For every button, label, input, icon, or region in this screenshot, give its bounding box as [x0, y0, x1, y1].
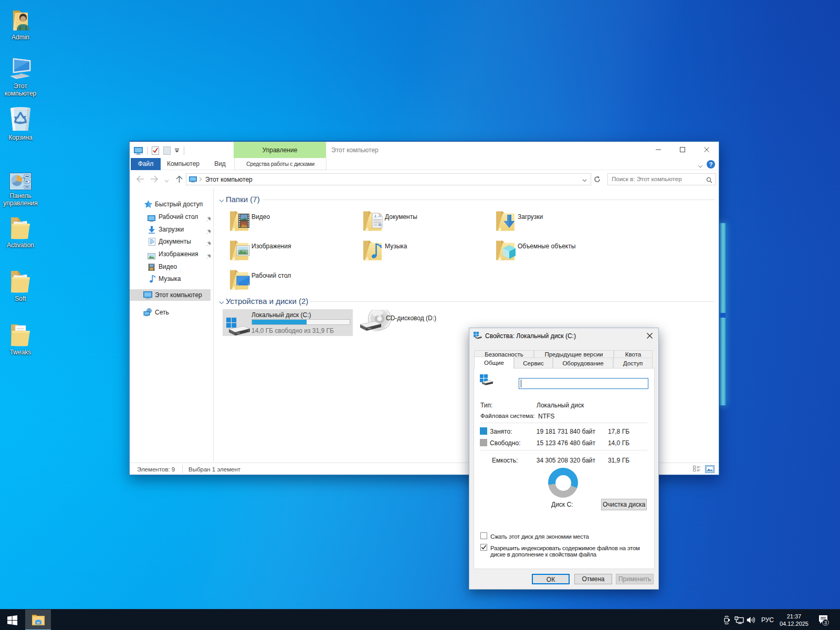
svg-text:A: A — [373, 214, 376, 219]
svg-text:3: 3 — [824, 620, 827, 625]
